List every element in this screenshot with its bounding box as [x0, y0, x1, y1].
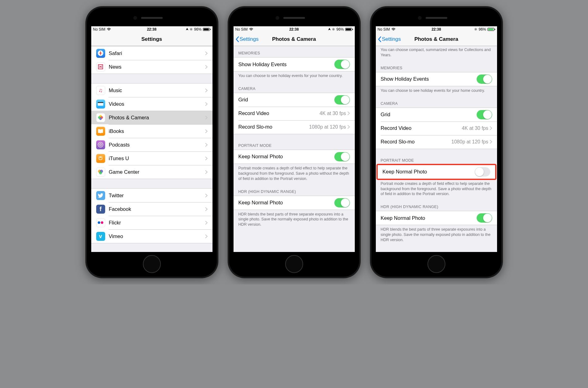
row-hdr-keep-normal[interactable]: Keep Normal Photo — [234, 196, 355, 210]
toggle-grid[interactable] — [477, 110, 492, 119]
section-header-camera: CAMERA — [234, 82, 355, 93]
chevron-right-icon — [490, 140, 492, 144]
chevron-right-icon — [205, 156, 208, 160]
bluetooth-icon: ✱ — [190, 27, 193, 32]
page-title: Settings — [141, 36, 162, 42]
toggle-portrait-keep-normal[interactable] — [475, 167, 490, 177]
row-label: Podcasts — [109, 142, 205, 148]
annotation-highlight: Keep Normal Photo — [376, 164, 496, 180]
home-button[interactable] — [285, 255, 303, 273]
location-icon — [186, 28, 188, 31]
row-record-video[interactable]: Record Video 4K at 30 fps — [376, 122, 497, 135]
iphone-frame: No SIM 22:38 ✱ 96% Settings — [228, 6, 361, 278]
row-label: Safari — [109, 50, 205, 56]
row-music[interactable]: ♫ Music — [91, 83, 212, 97]
twitter-icon — [96, 191, 105, 200]
chevron-right-icon — [205, 116, 208, 120]
home-button[interactable] — [143, 255, 161, 273]
settings-list[interactable]: Safari News — [91, 46, 212, 252]
chevron-right-icon — [490, 126, 492, 130]
row-show-holiday-events[interactable]: Show Holiday Events — [376, 72, 497, 86]
row-safari[interactable]: Safari — [91, 46, 212, 60]
location-icon — [328, 28, 331, 31]
row-label: Keep Normal Photo — [383, 169, 475, 175]
svg-point-7 — [98, 116, 101, 119]
bluetooth-icon: ✱ — [332, 27, 335, 32]
music-icon: ♫ — [96, 86, 105, 95]
row-record-slomo[interactable]: Record Slo-mo 1080p at 120 fps — [376, 135, 497, 149]
toggle-portrait-keep-normal[interactable] — [334, 152, 350, 161]
home-button[interactable] — [427, 255, 445, 273]
nav-bar: Settings Photos & Camera — [376, 32, 497, 46]
flickr-icon — [96, 218, 105, 227]
chevron-right-icon — [205, 51, 208, 55]
section-footer: You can choose to see holiday events for… — [376, 86, 497, 96]
row-photos-camera[interactable]: Photos & Camera — [91, 111, 212, 124]
row-label: Facebook — [109, 206, 205, 212]
chevron-left-icon — [378, 36, 381, 42]
wifi-icon — [107, 28, 111, 31]
row-label: Record Slo-mo — [238, 124, 309, 130]
carrier-label: No SIM — [93, 27, 105, 32]
chevron-right-icon — [205, 143, 208, 147]
row-label: Grid — [238, 97, 334, 103]
status-bar: No SIM 22:38 ✱ 96% — [234, 26, 355, 32]
chevron-right-icon — [205, 88, 208, 92]
row-label: Game Center — [109, 169, 205, 175]
page-title: Photos & Camera — [272, 36, 316, 42]
row-label: Music — [109, 87, 205, 93]
row-label: News — [109, 64, 205, 70]
row-portrait-keep-normal[interactable]: Keep Normal Photo — [378, 165, 495, 179]
chevron-right-icon — [347, 111, 350, 115]
section-header-portrait: PORTRAIT MODE — [234, 134, 355, 150]
row-label: Videos — [109, 101, 205, 107]
battery-pct: 96% — [194, 27, 201, 32]
row-label: Flickr — [109, 220, 205, 226]
row-twitter[interactable]: Twitter — [91, 189, 212, 202]
photos-camera-settings[interactable]: MEMORIES Show Holiday Events You can cho… — [234, 46, 355, 252]
svg-point-13 — [99, 171, 102, 174]
row-grid[interactable]: Grid — [234, 93, 355, 107]
section-header-memories: MEMORIES — [234, 46, 355, 57]
row-videos[interactable]: Videos — [91, 97, 212, 111]
photos-camera-settings[interactable]: You can choose compact, summarized views… — [376, 46, 497, 252]
toggle-holiday-events[interactable] — [334, 60, 350, 69]
row-show-holiday-events[interactable]: Show Holiday Events — [234, 58, 355, 71]
section-header-portrait: PORTRAIT MODE — [376, 149, 497, 164]
row-record-slomo[interactable]: Record Slo-mo 1080p at 120 fps — [234, 120, 355, 134]
battery-pct: 96% — [479, 27, 486, 32]
row-label: Vimeo — [109, 233, 205, 239]
svg-rect-3 — [98, 102, 103, 103]
back-button[interactable]: Settings — [235, 36, 259, 42]
toggle-hdr-keep-normal[interactable] — [477, 213, 492, 223]
nav-bar: Settings Photos & Camera — [234, 32, 355, 46]
iphone-frame: No SIM 22:38 ✱ 96% Settings Phot — [370, 6, 503, 278]
section-header-camera: CAMERA — [376, 96, 497, 108]
section-header-memories: MEMORIES — [376, 61, 497, 72]
row-grid[interactable]: Grid — [376, 108, 497, 122]
row-hdr-keep-normal[interactable]: Keep Normal Photo — [376, 211, 497, 225]
toggle-grid[interactable] — [334, 95, 350, 104]
back-label: Settings — [240, 36, 259, 42]
row-record-video[interactable]: Record Video 4K at 30 fps — [234, 107, 355, 120]
row-news[interactable]: News — [91, 60, 212, 74]
facebook-icon: f — [96, 205, 105, 214]
row-label: iTunes U — [109, 156, 205, 161]
vimeo-icon: v — [96, 232, 105, 241]
row-facebook[interactable]: f Facebook — [91, 202, 212, 216]
back-button[interactable]: Settings — [378, 36, 401, 42]
svg-point-10 — [100, 144, 101, 145]
row-ibooks[interactable]: iBooks — [91, 124, 212, 138]
row-portrait-keep-normal[interactable]: Keep Normal Photo — [234, 150, 355, 164]
row-podcasts[interactable]: Podcasts — [91, 138, 212, 151]
section-header-hdr: HDR (HIGH DYNAMIC RANGE) — [234, 185, 355, 196]
clock: 22:38 — [289, 27, 299, 32]
row-vimeo[interactable]: v Vimeo — [91, 229, 212, 243]
toggle-holiday-events[interactable] — [477, 75, 492, 84]
row-game-center[interactable]: Game Center — [91, 165, 212, 179]
chevron-right-icon — [205, 194, 208, 198]
row-flickr[interactable]: Flickr — [91, 216, 212, 229]
toggle-hdr-keep-normal[interactable] — [334, 198, 350, 207]
row-itunesu[interactable]: iTunes U — [91, 151, 212, 165]
section-footer: Portrait mode creates a depth of field e… — [234, 164, 355, 185]
